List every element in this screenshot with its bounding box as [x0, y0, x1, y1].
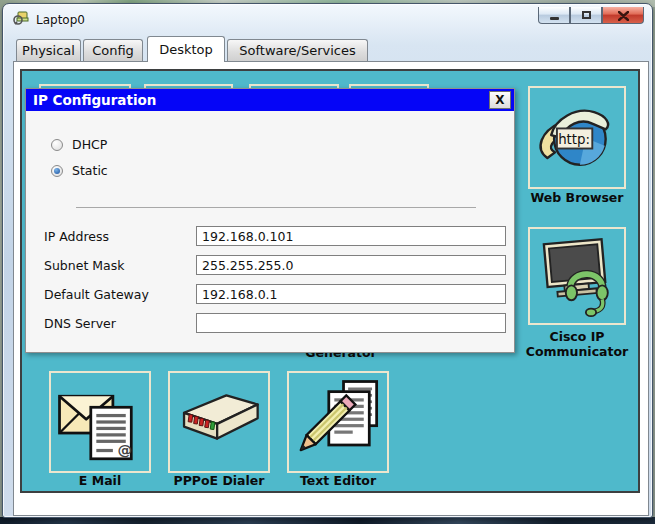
- close-button[interactable]: [602, 7, 644, 24]
- dns-server-input[interactable]: [196, 313, 506, 333]
- os-taskbar: [0, 517, 655, 524]
- tab-physical[interactable]: Physical: [16, 39, 81, 61]
- text-editor-label[interactable]: Text Editor: [284, 473, 392, 488]
- static-radio-row[interactable]: Static: [51, 163, 108, 178]
- tab-software-services[interactable]: Software/Services: [227, 39, 368, 61]
- subnet-mask-input[interactable]: [196, 255, 506, 275]
- maximize-button[interactable]: [570, 7, 602, 24]
- default-gateway-input[interactable]: [196, 284, 506, 304]
- subnet-mask-label: Subnet Mask: [44, 258, 194, 273]
- dhcp-radio[interactable]: [51, 139, 63, 151]
- tab-physical-label: Physical: [22, 43, 75, 58]
- static-radio[interactable]: [51, 165, 63, 177]
- dialog-separator: [76, 207, 476, 208]
- tab-desktop[interactable]: Desktop: [147, 36, 225, 62]
- default-gateway-label: Default Gateway: [44, 287, 194, 302]
- dhcp-radio-label: DHCP: [72, 137, 107, 152]
- cisco-ip-communicator-label[interactable]: Cisco IP Communicator: [520, 329, 634, 359]
- window-controls: [538, 7, 644, 24]
- dialog-titlebar[interactable]: IP Configuration: [26, 89, 514, 111]
- ip-address-label: IP Address: [44, 229, 194, 244]
- minimize-button[interactable]: [538, 7, 570, 24]
- dialog-close-button[interactable]: X: [489, 91, 511, 109]
- tab-software-services-label: Software/Services: [239, 43, 356, 58]
- dialog-title: IP Configuration: [26, 92, 156, 108]
- text-editor-icon: [292, 376, 384, 468]
- laptop0-window: Laptop0 Physical Config Desktop Software…: [2, 3, 653, 518]
- close-icon: [618, 6, 629, 25]
- maximize-icon: [582, 11, 591, 19]
- dhcp-radio-row[interactable]: DHCP: [51, 137, 107, 152]
- minimize-icon: [550, 17, 559, 20]
- email-icon: @: [54, 376, 146, 468]
- laptop-device-icon: [13, 10, 29, 30]
- pppoe-dialer-label[interactable]: PPPoE Dialer: [162, 473, 276, 488]
- cisco-ip-communicator-shortcut[interactable]: [528, 227, 626, 325]
- screen: Laptop0 Physical Config Desktop Software…: [0, 0, 655, 524]
- tab-desktop-label: Desktop: [159, 42, 213, 57]
- email-shortcut[interactable]: @: [49, 371, 151, 473]
- window-title: Laptop0: [36, 13, 85, 27]
- pppoe-dialer-shortcut[interactable]: [168, 371, 270, 473]
- tab-config-label: Config: [92, 43, 134, 58]
- dns-server-label: DNS Server: [44, 316, 194, 331]
- svg-text:http:: http:: [558, 131, 590, 146]
- cisco-ip-communicator-icon: [535, 234, 619, 318]
- static-radio-label: Static: [72, 163, 108, 178]
- window-titlebar[interactable]: Laptop0: [13, 10, 533, 30]
- ip-address-input[interactable]: [196, 226, 506, 246]
- tab-config[interactable]: Config: [83, 39, 143, 61]
- web-browser-shortcut[interactable]: http:: [528, 86, 626, 189]
- email-label[interactable]: E Mail: [49, 473, 151, 488]
- svg-text:@: @: [117, 441, 132, 458]
- pppoe-dialer-icon: [173, 376, 265, 468]
- web-browser-label[interactable]: Web Browser: [517, 190, 637, 205]
- web-browser-icon: http:: [534, 95, 620, 181]
- text-editor-shortcut[interactable]: [287, 371, 389, 473]
- ip-configuration-dialog: IP Configuration X DHCP Static IP Addres…: [25, 88, 515, 353]
